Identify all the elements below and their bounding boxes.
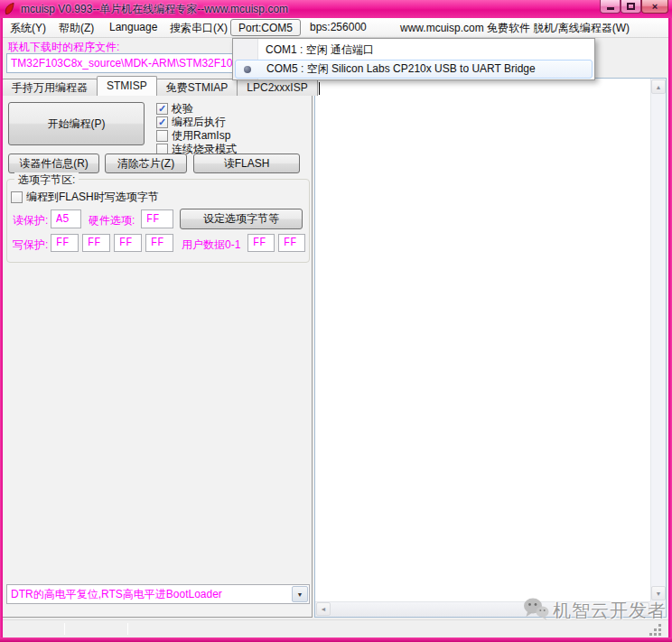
tab-free-stmiap[interactable]: 免费STMIAP <box>156 79 238 96</box>
app-window: mcuisp V0.993--单片机在线编程专家--www.mcuisp.com… <box>0 0 672 642</box>
read-device-info-button[interactable]: 读器件信息(R) <box>8 154 99 173</box>
set-option-bytes-button[interactable]: 设定选项字节等 <box>180 209 303 229</box>
option-bytes-group: 选项字节区: 编程到FLASH时写选项字节 读保护: 硬件选项: 设定选项字节等… <box>6 179 310 263</box>
maximize-button[interactable] <box>621 0 641 14</box>
minimize-button[interactable] <box>600 0 621 14</box>
scroll-up-button[interactable]: ▲ <box>651 79 666 94</box>
scroll-left-icon: ◄ <box>321 606 327 612</box>
port-menu-item-com1-label: COM1 : 空闲 通信端口 <box>266 43 374 56</box>
menu-website-offline[interactable]: www.mcuisp.com 免费软件 脱机/离线编程器(W) <box>400 21 630 36</box>
checkbox-verify[interactable]: ✓ <box>156 103 168 115</box>
port-menu-item-com5-label: COM5 : 空闲 Silicon Labs CP210x USB to UAR… <box>266 62 536 75</box>
watermark: 机智云开发者 <box>522 597 667 624</box>
port-menu-item-com5[interactable]: COM5 : 空闲 Silicon Labs CP210x USB to UAR… <box>235 60 593 79</box>
port-dropdown-menu: COM1 : 空闲 通信端口 COM5 : 空闲 Silicon Labs CP… <box>232 38 595 80</box>
watermark-text: 机智云开发者 <box>553 599 667 623</box>
write-protect-field-3[interactable] <box>145 234 173 252</box>
checkbox-use-ramisp[interactable] <box>156 130 168 142</box>
tab-stmisp[interactable]: STMISP <box>97 76 157 96</box>
hw-option-field[interactable] <box>141 209 173 228</box>
resize-grip[interactable] <box>658 624 661 627</box>
write-protect-label: 写保护: <box>13 237 48 253</box>
hw-option-label: 硬件选项: <box>89 213 135 228</box>
dtr-rts-combo[interactable]: DTR的高电平复位,RTS高电平进BootLoader ▼ <box>6 584 310 604</box>
scroll-down-icon: ▼ <box>656 591 662 597</box>
write-protect-field-1[interactable] <box>82 234 110 252</box>
scroll-left-button[interactable]: ◄ <box>316 602 331 616</box>
app-flame-icon <box>4 3 16 15</box>
read-protect-field[interactable] <box>51 209 81 228</box>
start-programming-button[interactable]: 开始编程(P) <box>8 102 145 145</box>
minimize-icon <box>607 7 614 10</box>
write-protect-field-2[interactable] <box>114 234 142 252</box>
window-border-right <box>668 18 672 642</box>
stmisp-panel: 开始编程(P) ✓ 校验 ✓ 编程后执行 使用RamIsp 连续烧录模式 读器件… <box>2 95 313 618</box>
write-protect-field-0[interactable] <box>51 234 79 252</box>
window-border-bottom <box>0 637 672 642</box>
tab-handheld-programmer[interactable]: 手持万用编程器 <box>2 79 98 96</box>
dtr-rts-combo-value: DTR的高电平复位,RTS高电平进BootLoader <box>7 587 292 602</box>
statusbar-separator <box>64 623 65 635</box>
combo-dropdown-button[interactable]: ▼ <box>292 586 308 602</box>
user-data-field-1[interactable] <box>278 234 305 252</box>
vertical-scrollbar[interactable]: ▲ ▼ <box>650 79 666 601</box>
close-button[interactable]: × <box>641 0 668 14</box>
statusbar-separator <box>127 623 128 635</box>
menu-port-button[interactable]: Port:COM5 <box>230 19 301 36</box>
check-icon: ✓ <box>158 104 166 114</box>
window-border-left <box>0 18 3 642</box>
close-icon: × <box>652 2 658 12</box>
scroll-up-icon: ▲ <box>656 84 662 90</box>
text-caret <box>319 82 320 95</box>
option-bytes-group-title: 选项字节区: <box>14 172 79 188</box>
checkbox-write-option-bytes-label: 编程到FLASH时写选项字节 <box>26 190 159 205</box>
user-data-field-0[interactable] <box>247 234 275 252</box>
radio-bullet-icon <box>244 66 251 73</box>
checkbox-run-after-program[interactable]: ✓ <box>156 116 168 128</box>
checkbox-write-option-bytes[interactable] <box>11 191 23 203</box>
port-menu-item-com1[interactable]: COM1 : 空闲 通信端口 <box>235 41 593 59</box>
window-controls: × <box>600 0 668 14</box>
wechat-icon <box>522 597 549 624</box>
menu-search-port[interactable]: 搜索串口(X) <box>170 21 228 36</box>
menu-system[interactable]: 系统(Y) <box>10 21 46 36</box>
chevron-down-icon: ▼ <box>297 591 303 598</box>
menu-help[interactable]: 帮助(Z) <box>59 21 94 36</box>
tab-lpc2xxx-isp[interactable]: LPC2xxxISP <box>237 79 317 96</box>
read-flash-button[interactable]: 读FLASH <box>193 154 300 173</box>
log-output-area[interactable]: ▲ ▼ ◄ ► <box>314 78 667 618</box>
maximize-icon <box>627 3 635 10</box>
window-title: mcuisp V0.993--单片机在线编程专家--www.mcuisp.com <box>21 2 288 17</box>
read-protect-label: 读保护: <box>13 213 48 228</box>
title-bar: mcuisp V0.993--单片机在线编程专家--www.mcuisp.com… <box>0 0 672 18</box>
user-data-label: 用户数据0-1 <box>182 237 240 253</box>
menu-bar: 系统(Y) 帮助(Z) Language 搜索串口(X) Port:COM5 b… <box>3 18 668 38</box>
file-path-value: TM32F103C8x_source\MDK-ARM\STM32F103C8x\… <box>11 57 268 70</box>
check-icon: ✓ <box>158 117 166 127</box>
erase-chip-button[interactable]: 清除芯片(Z) <box>105 154 187 173</box>
program-options: ✓ 校验 ✓ 编程后执行 使用RamIsp 连续烧录模式 <box>156 102 237 156</box>
menu-bps[interactable]: bps:256000 <box>310 21 367 33</box>
menu-language[interactable]: Language <box>109 21 157 33</box>
